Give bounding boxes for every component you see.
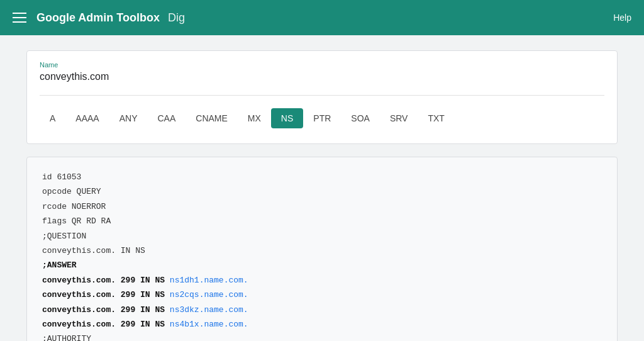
result-card: id 61053opcode QUERYrcode NOERRORflags Q… [26,157,618,341]
dns-type-btn-srv[interactable]: SRV [380,108,418,128]
ns-link[interactable]: ns2cqs.name.com. [170,290,248,299]
ns-link[interactable]: ns3dkz.name.com. [170,305,248,315]
dns-type-btn-ns[interactable]: NS [271,108,303,128]
dns-type-btn-a[interactable]: A [40,108,65,128]
dns-type-btn-caa[interactable]: CAA [148,108,186,128]
dns-type-btn-soa[interactable]: SOA [341,108,380,128]
main-content: Name conveythis.com AAAAAANYCAACNAMEMXNS… [14,35,630,341]
result-line: conveythis.com. IN NS [42,243,602,258]
result-line: conveythis.com. 299 IN NS ns1dh1.name.co… [42,273,602,288]
dns-type-btn-cname[interactable]: CNAME [186,108,238,128]
help-link[interactable]: Help [613,13,631,23]
app-subtitle: Dig [168,11,185,24]
result-line: conveythis.com. 299 IN NS ns2cqs.name.co… [42,288,602,302]
result-line: ;QUESTION [42,229,602,243]
search-value: conveythis.com [40,71,604,82]
header-title-group: Google Admin Toolbox Dig [36,11,185,25]
dns-type-selector: AAAAAANYCAACNAMEMXNSPTRSOASRVTXT [40,108,604,128]
divider [40,95,604,96]
search-card: Name conveythis.com AAAAAANYCAACNAMEMXNS… [26,50,618,144]
dns-type-btn-aaaa[interactable]: AAAA [65,108,109,128]
result-line: id 61053 [42,170,602,184]
app-header: Google Admin Toolbox Dig Help [0,0,644,35]
result-line: conveythis.com. 299 IN NS ns3dkz.name.co… [42,303,602,317]
result-line: flags QR RD RA [42,214,602,228]
menu-icon[interactable] [13,13,26,23]
ns-link[interactable]: ns4b1x.name.com. [170,320,248,329]
search-label: Name [40,61,604,69]
result-line: rcode NOERROR [42,199,602,214]
ns-link[interactable]: ns1dh1.name.com. [170,276,248,285]
dns-type-btn-mx[interactable]: MX [238,108,271,128]
result-line: ;ANSWER [42,258,602,272]
result-line: opcode QUERY [42,184,602,199]
header-left: Google Admin Toolbox Dig [13,11,185,25]
app-title: Google Admin Toolbox [36,11,163,24]
dns-type-btn-txt[interactable]: TXT [418,108,454,128]
dns-type-btn-ptr[interactable]: PTR [303,108,341,128]
result-line: ;AUTHORITY [42,332,602,341]
dns-type-btn-any[interactable]: ANY [109,108,148,128]
result-line: conveythis.com. 299 IN NS ns4b1x.name.co… [42,317,602,332]
